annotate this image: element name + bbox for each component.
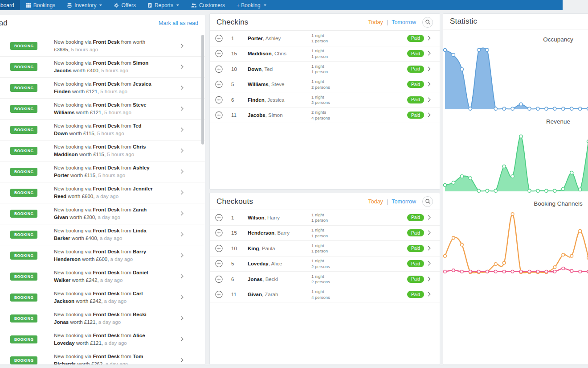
notification-row[interactable]: BOOKINGNew booking via Front Desk from S…	[0, 57, 205, 78]
expand-button[interactable]	[215, 112, 223, 119]
notification-row[interactable]: BOOKINGNew booking via Front Desk from T…	[0, 350, 205, 365]
checkouts-today-link[interactable]: Today	[368, 198, 383, 205]
expand-button[interactable]	[215, 34, 223, 42]
unread-title: Unread	[0, 19, 8, 28]
checkout-row[interactable]: 6Jonas, Becki1 night2 personsPaid	[210, 272, 440, 287]
booking-badge: BOOKING	[10, 294, 37, 302]
chevron-right-icon[interactable]	[179, 274, 184, 279]
notification-row[interactable]: BOOKINGNew booking via Front Desk from A…	[0, 161, 205, 182]
checkin-row[interactable]: 5Williams, Steve1 night2 personsPaid	[210, 77, 440, 93]
notification-row[interactable]: BOOKINGNew booking via Front Desk from A…	[0, 329, 205, 350]
checkout-row[interactable]: 15Henderson, Barry1 night1 personPaid	[210, 226, 440, 241]
statistic-header: Statistic	[443, 14, 588, 29]
chevron-right-icon[interactable]	[179, 190, 184, 195]
checkout-row[interactable]: 1Wilson, Harry1 night1 personPaid	[210, 210, 440, 226]
notification-row[interactable]: BOOKINGNew booking via Front Desk from C…	[0, 141, 205, 161]
expand-button[interactable]	[215, 50, 223, 58]
chevron-right-icon[interactable]	[179, 107, 184, 111]
plus-circle-icon	[215, 112, 223, 119]
chevron-right-icon[interactable]	[426, 231, 431, 235]
chevron-right-icon[interactable]	[426, 51, 431, 56]
notification-row[interactable]: BOOKINGNew booking via Front Desk from C…	[0, 287, 205, 308]
booking-badge: BOOKING	[10, 147, 37, 155]
checkins-search-button[interactable]	[422, 17, 433, 28]
expand-button[interactable]	[215, 81, 223, 88]
expand-button[interactable]	[215, 244, 223, 252]
chevron-right-icon[interactable]	[179, 170, 184, 174]
nav-item-reports[interactable]: Reports	[142, 0, 185, 10]
chevron-right-icon[interactable]	[426, 246, 431, 250]
notification-row[interactable]: BOOKINGNew booking via Front Desk from D…	[0, 266, 205, 287]
notification-row[interactable]: BOOKINGNew booking via Front Desk from S…	[0, 99, 205, 120]
chevron-right-icon[interactable]	[426, 97, 431, 102]
chevron-right-icon[interactable]	[426, 215, 431, 219]
expand-button[interactable]	[215, 214, 223, 221]
notification-row[interactable]: BOOKINGNew booking via Front Desk from w…	[0, 36, 205, 57]
chevron-right-icon[interactable]	[426, 261, 431, 266]
notification-row[interactable]: BOOKINGNew booking via Front Desk from T…	[0, 120, 205, 141]
chevron-right-icon[interactable]	[179, 316, 184, 321]
chevron-right-icon[interactable]	[179, 337, 184, 342]
notification-text: New booking via Front Desk from Daniel W…	[54, 269, 156, 284]
checkouts-tomorrow-link[interactable]: Tomorrow	[392, 198, 416, 205]
expand-button[interactable]	[215, 96, 223, 103]
chevron-right-icon[interactable]	[426, 36, 431, 40]
chevron-right-icon[interactable]	[426, 82, 431, 87]
guest-name: Loveday, Alice	[248, 261, 282, 266]
nav-item-customers[interactable]: Customers	[185, 0, 231, 10]
chevron-right-icon[interactable]	[179, 128, 184, 132]
checkout-row[interactable]: 11Givan, Zarah1 night4 personsPaid	[210, 287, 440, 303]
expand-button[interactable]	[215, 291, 223, 298]
checkout-row[interactable]: 5Loveday, Alice1 night2 personsPaid	[210, 256, 440, 272]
nav-item-offers[interactable]: Offers	[108, 0, 141, 10]
plus-circle-icon	[215, 50, 223, 58]
room-number: 1	[231, 36, 234, 41]
nav-item-inventory[interactable]: Inventory	[61, 0, 108, 10]
notification-row[interactable]: BOOKINGNew booking via Front Desk from B…	[0, 308, 205, 329]
chevron-right-icon[interactable]	[179, 149, 184, 153]
chevron-right-icon[interactable]	[426, 113, 431, 117]
chevron-right-icon[interactable]	[179, 253, 184, 258]
checkout-list: 1Wilson, Harry1 night1 personPaid15Hende…	[210, 210, 440, 302]
checkins-tomorrow-link[interactable]: Tomorrow	[392, 19, 416, 25]
chevron-right-icon[interactable]	[426, 277, 431, 281]
nav-item-bookings[interactable]: Bookings	[20, 0, 61, 10]
occupancy-chart-title: Occupancy	[443, 36, 588, 43]
notification-row[interactable]: BOOKINGNew booking via Front Desk from L…	[0, 224, 205, 245]
expand-button[interactable]	[215, 275, 223, 283]
notification-row[interactable]: BOOKINGNew booking via Front Desk from J…	[0, 78, 205, 99]
chevron-right-icon[interactable]	[179, 86, 184, 90]
notification-row[interactable]: BOOKINGNew booking via Front Desk from Z…	[0, 203, 205, 224]
checkouts-search-button[interactable]	[422, 196, 433, 207]
expand-button[interactable]	[215, 260, 223, 268]
mark-all-read-link[interactable]: Mark all as read	[159, 20, 198, 26]
stay-details: 1 night4 persons	[311, 289, 330, 300]
chevron-right-icon[interactable]	[426, 292, 431, 297]
expand-button[interactable]	[215, 65, 223, 73]
checkin-row[interactable]: 10Down, Ted1 night1 personPaid	[210, 62, 440, 77]
expand-button[interactable]	[215, 229, 223, 237]
paid-status-badge: Paid	[407, 50, 424, 57]
checkout-row[interactable]: 10King, Paula1 night1 personPaid	[210, 241, 440, 256]
chevron-right-icon[interactable]	[179, 211, 184, 216]
notification-row[interactable]: BOOKINGNew booking via Front Desk from B…	[0, 245, 205, 266]
scrollbar-thumb[interactable]	[201, 35, 204, 145]
nav-item-booking[interactable]: + Booking	[231, 0, 272, 10]
nav-item-dashboard[interactable]: Dashboard	[0, 0, 20, 10]
checkin-row[interactable]: 1Porter, Ashley1 night1 personPaid	[210, 31, 440, 46]
notification-text: New booking via Front Desk from Chris Ma…	[54, 143, 156, 158]
chevron-right-icon[interactable]	[179, 65, 184, 69]
notification-row[interactable]: BOOKINGNew booking via Front Desk from J…	[0, 182, 205, 203]
chevron-right-icon[interactable]	[179, 44, 184, 48]
checkin-row[interactable]: 15Maddison, Chris1 night1 personPaid	[210, 46, 440, 62]
checkins-today-link[interactable]: Today	[368, 19, 383, 25]
chevron-right-icon[interactable]	[179, 295, 184, 300]
guest-name: Finden, Jessica	[248, 97, 284, 103]
checkin-row[interactable]: 11Jacobs, Simon2 nights4 personsPaid	[210, 108, 440, 124]
chevron-right-icon[interactable]	[426, 66, 431, 71]
chevron-right-icon[interactable]	[179, 358, 184, 363]
checkin-row[interactable]: 6Finden, Jessica1 night2 personsPaid	[210, 92, 440, 108]
booking-badge: BOOKING	[10, 105, 37, 113]
chevron-right-icon[interactable]	[179, 232, 184, 237]
booking-badge: BOOKING	[10, 335, 37, 343]
